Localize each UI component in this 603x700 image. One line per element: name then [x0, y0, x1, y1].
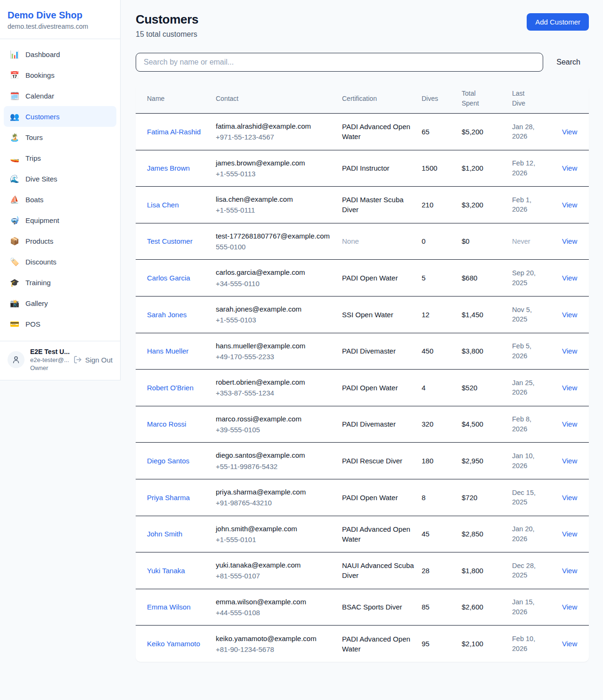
customer-last-dive: Feb 5, 2026 [512, 341, 543, 361]
table-row: Lisa Chen lisa.chen@example.com +1-555-0… [136, 187, 589, 223]
sidebar-item-products[interactable]: 📦 Products [4, 231, 116, 251]
customer-name-link[interactable]: Keiko Yamamoto [147, 639, 200, 649]
sidebar-item-bookings[interactable]: 📅 Bookings [4, 65, 116, 85]
customer-email: hans.mueller@example.com [216, 341, 336, 351]
sidebar-item-customers[interactable]: 👥 Customers [4, 106, 116, 127]
nav-item-icon: 🚤 [9, 154, 20, 163]
customer-name-link[interactable]: Hans Mueller [147, 346, 188, 356]
view-link[interactable]: View [562, 274, 577, 282]
view-link[interactable]: View [562, 494, 577, 502]
customer-name-link[interactable]: Emma Wilson [147, 602, 191, 612]
view-link[interactable]: View [562, 201, 577, 209]
sidebar-item-dive-sites[interactable]: 🌊 Dive Sites [4, 168, 116, 189]
view-link[interactable]: View [562, 311, 577, 319]
view-link[interactable]: View [562, 164, 577, 172]
customer-name-link[interactable]: Yuki Tanaka [147, 566, 185, 576]
customer-certification: PADI Advanced Open Water [342, 626, 422, 662]
sidebar-item-equipment[interactable]: 🤿 Equipment [4, 210, 116, 231]
customer-total-spent: $2,850 [462, 521, 512, 546]
customer-last-dive: Jan 25, 2026 [512, 378, 543, 397]
customer-email: test-1772681807767@example.com [216, 231, 336, 241]
customer-last-dive: Feb 1, 2026 [512, 195, 543, 214]
search-button[interactable]: Search [556, 58, 580, 66]
customer-dives: 95 [422, 631, 462, 656]
sidebar-item-boats[interactable]: ⛵ Boats [4, 189, 116, 210]
customer-certification: NAUI Advanced Scuba Diver [342, 553, 422, 588]
view-link[interactable]: View [562, 530, 577, 538]
nav-item-label: Calendar [25, 92, 54, 100]
customer-phone: +1-555-0111 [216, 205, 336, 215]
customer-name-link[interactable]: Marco Rossi [147, 419, 186, 429]
customer-name-link[interactable]: Fatima Al-Rashid [147, 127, 201, 137]
customer-certification: BSAC Sports Diver [342, 594, 422, 619]
customer-last-dive: Jan 20, 2026 [512, 524, 543, 544]
view-link[interactable]: View [562, 567, 577, 575]
nav-item-icon: 🎓 [9, 278, 20, 287]
customers-table: NameContactCertificationDivesTotal Spent… [136, 84, 589, 662]
sidebar-item-discounts[interactable]: 🏷️ Discounts [4, 251, 116, 272]
customer-certification: PADI Open Water [342, 485, 422, 510]
nav-item-icon: 💳 [9, 320, 20, 329]
customer-total-spent: $3,200 [462, 192, 512, 217]
table-row: Marco Rossi marco.rossi@example.com +39-… [136, 406, 589, 443]
customer-name-link[interactable]: Test Customer [147, 236, 193, 246]
sign-out-icon [73, 355, 82, 364]
customer-last-dive: Feb 8, 2026 [512, 414, 543, 434]
view-link[interactable]: View [562, 603, 577, 611]
customer-dives: 85 [422, 594, 462, 619]
sidebar-item-dashboard[interactable]: 📊 Dashboard [4, 44, 116, 65]
customer-dives: 180 [422, 448, 462, 473]
customer-name-link[interactable]: Sarah Jones [147, 310, 187, 320]
view-link[interactable]: View [562, 640, 577, 648]
customer-name-link[interactable]: James Brown [147, 163, 190, 173]
view-link[interactable]: View [562, 420, 577, 428]
sidebar-item-tours[interactable]: 🏝️ Tours [4, 127, 116, 148]
customer-email: priya.sharma@example.com [216, 487, 336, 497]
customer-name-link[interactable]: John Smith [147, 529, 182, 539]
nav-item-icon: 🏝️ [9, 133, 20, 142]
table-row: Emma Wilson emma.wilson@example.com +44-… [136, 589, 589, 626]
avatar [8, 351, 24, 368]
customer-certification: PADI Advanced Open Water [342, 114, 422, 149]
table-row: Sarah Jones sarah.jones@example.com +1-5… [136, 296, 589, 333]
table-row: Keiko Yamamoto keiko.yamamoto@example.co… [136, 626, 589, 662]
view-link[interactable]: View [562, 457, 577, 465]
nav-item-label: Training [25, 279, 51, 287]
search-input[interactable] [136, 53, 543, 72]
sidebar-item-training[interactable]: 🎓 Training [4, 272, 116, 293]
customer-total-spent: $2,600 [462, 594, 512, 619]
sidebar-item-gallery[interactable]: 📸 Gallery [4, 293, 116, 313]
view-link[interactable]: View [562, 347, 577, 355]
table-header-row: NameContactCertificationDivesTotal Spent… [136, 84, 589, 114]
customer-dives: 65 [422, 119, 462, 144]
customer-name-link[interactable]: Robert O'Brien [147, 383, 194, 393]
add-customer-button[interactable]: Add Customer [527, 13, 589, 31]
page-subtitle: 15 total customers [136, 30, 198, 39]
customer-last-dive: Never [512, 237, 530, 247]
customer-name-link[interactable]: Priya Sharma [147, 493, 190, 502]
customer-phone: +81-555-0107 [216, 571, 336, 581]
sidebar-item-calendar[interactable]: 🗓️ Calendar [4, 85, 116, 106]
customer-email: fatima.alrashid@example.com [216, 121, 336, 131]
nav-item-label: Dive Sites [25, 175, 57, 183]
customer-certification: PADI Master Scuba Diver [342, 187, 422, 222]
customer-total-spent: $680 [462, 265, 512, 290]
view-link[interactable]: View [562, 237, 577, 245]
customer-dives: 4 [422, 375, 462, 400]
view-link[interactable]: View [562, 128, 577, 136]
customer-name-link[interactable]: Carlos Garcia [147, 273, 190, 283]
customer-name-link[interactable]: Diego Santos [147, 456, 189, 466]
column-header-actions [562, 94, 578, 103]
sidebar-item-trips[interactable]: 🚤 Trips [4, 148, 116, 168]
view-link[interactable]: View [562, 384, 577, 392]
customer-name-link[interactable]: Lisa Chen [147, 200, 179, 210]
sidebar-item-pos[interactable]: 💳 POS [4, 313, 116, 334]
customer-total-spent: $520 [462, 375, 512, 400]
sign-out-label: Sign Out [85, 356, 113, 364]
customer-phone: +81-90-1234-5678 [216, 644, 336, 654]
customer-dives: 450 [422, 338, 462, 363]
sign-out-button[interactable]: Sign Out [73, 355, 113, 364]
customer-dives: 1500 [422, 156, 462, 181]
customer-email: james.brown@example.com [216, 158, 336, 168]
customer-total-spent: $0 [462, 229, 512, 254]
